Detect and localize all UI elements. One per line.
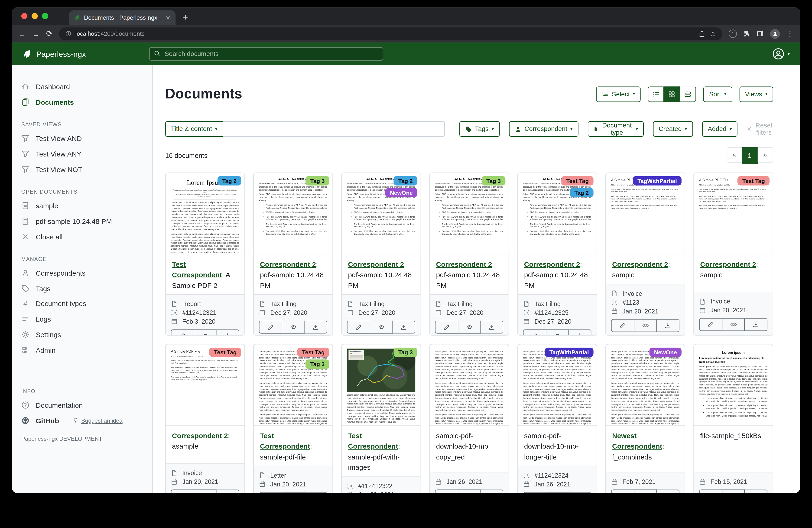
correspondent-filter-button[interactable]: Correspondent ▾	[509, 121, 578, 137]
document-card[interactable]: Test Tag A Simple PDF File This is a sma…	[165, 344, 245, 493]
forward-button[interactable]: →	[32, 29, 40, 38]
download-button[interactable]	[217, 329, 239, 336]
view-button[interactable]	[634, 319, 657, 332]
grid-view-button[interactable]	[664, 86, 680, 102]
edit-button[interactable]	[523, 492, 546, 493]
document-thumbnail[interactable]: Test Tag Tag 2 Adobe Acrobat PDF Files A…	[518, 173, 597, 254]
document-card[interactable]: NewOne Lorem ipsum dolor sit amet, conse…	[605, 344, 685, 493]
correspondent-link[interactable]: Correspondent 2	[612, 260, 668, 268]
edit-button[interactable]	[435, 489, 458, 493]
suggest-idea-link[interactable]: Suggest an idea	[81, 417, 122, 424]
sidebar-item-admin[interactable]: Admin	[12, 342, 152, 358]
document-thumbnail[interactable]: Test Tag A Simple PDF File This is a sma…	[694, 173, 772, 254]
share-icon[interactable]	[699, 30, 706, 37]
tags-filter-button[interactable]: Tags ▾	[459, 121, 499, 137]
tag-badge[interactable]: Tag 3	[482, 176, 505, 186]
sort-button[interactable]: Sort ▾	[704, 86, 732, 102]
document-thumbnail[interactable]: TagWithPartial A Simple PDF File This is…	[606, 173, 684, 254]
download-button[interactable]	[657, 319, 679, 332]
document-card[interactable]: Test Tag Tag 3 Lorem ipsum dolor sit ame…	[253, 344, 333, 493]
document-card[interactable]: Tag 3 Adobe Acrobat PDF Files Adobe® Por…	[253, 172, 333, 336]
user-menu[interactable]: ▾	[772, 47, 790, 60]
document-card[interactable]: Lorem ipsum Lorem ipsum dolor sit amet, …	[693, 344, 773, 493]
created-filter-button[interactable]: Created ▾	[653, 121, 693, 137]
page-1-button[interactable]: 1	[742, 147, 758, 164]
edit-button[interactable]	[435, 320, 458, 333]
download-button[interactable]	[569, 329, 591, 336]
view-button[interactable]	[634, 489, 657, 493]
title-content-dropdown[interactable]: Title & content ▾	[165, 121, 223, 137]
download-button[interactable]	[657, 489, 679, 493]
edit-button[interactable]	[611, 319, 634, 332]
browser-tab[interactable]: Documents - Paperless-ngx ✕	[69, 11, 176, 25]
view-button[interactable]	[194, 489, 217, 493]
download-button[interactable]	[305, 492, 327, 493]
document-card[interactable]: Lorem ipsum dolor sit amet, consectetur …	[429, 344, 509, 493]
tag-badge[interactable]: Tag 3	[305, 176, 329, 186]
list-view-button[interactable]	[648, 86, 664, 102]
new-tab-button[interactable]: +	[175, 13, 188, 25]
tag-badge[interactable]: Tag 3	[394, 347, 417, 357]
tab-close-icon[interactable]: ✕	[165, 14, 170, 21]
prev-page-button[interactable]: «	[727, 147, 742, 162]
document-thumbnail[interactable]: Tag 3 Adobe Acrobat PDF Files Adobe® Por…	[254, 173, 332, 254]
sidebar-item-tags[interactable]: Tags	[12, 281, 152, 296]
correspondent-link[interactable]: Test Correspondent	[348, 432, 398, 451]
document-thumbnail[interactable]: Tag 3	[342, 345, 420, 426]
tag-badge[interactable]: Tag 2	[570, 188, 593, 197]
document-card[interactable]: TagWithPartial A Simple PDF File This is…	[605, 172, 685, 336]
view-button[interactable]	[282, 320, 305, 333]
edit-button[interactable]	[523, 329, 546, 336]
side-panel-icon[interactable]	[756, 30, 764, 37]
correspondent-link[interactable]: Correspondent 2	[524, 260, 580, 268]
added-filter-button[interactable]: Added ▾	[702, 121, 738, 137]
document-thumbnail[interactable]: Tag 2 Lorem Ipsum "Neque porro quisquam …	[166, 173, 244, 254]
sidebar-item-correspondents[interactable]: Correspondents	[12, 265, 152, 281]
extensions-puzzle-icon[interactable]	[743, 30, 750, 37]
search-input[interactable]	[149, 47, 383, 61]
sidebar-item-document-types[interactable]: # Document types	[12, 296, 152, 311]
download-button[interactable]	[745, 318, 767, 331]
view-button[interactable]	[282, 492, 305, 493]
view-button[interactable]	[722, 318, 745, 331]
browser-menu-icon[interactable]: ⋮	[786, 29, 794, 38]
document-thumbnail[interactable]: TagWithPartial Lorem ipsum dolor sit ame…	[518, 345, 597, 426]
view-button[interactable]	[370, 320, 393, 333]
reset-filters-button[interactable]: ✕ Reset filters	[747, 122, 773, 136]
edit-button[interactable]	[611, 489, 634, 493]
views-button[interactable]: Views ▾	[739, 86, 773, 102]
close-window-button[interactable]	[21, 13, 27, 19]
download-button[interactable]	[305, 320, 327, 333]
reload-button[interactable]: ⟳	[46, 29, 53, 38]
correspondent-link[interactable]: Correspondent 2	[260, 260, 316, 268]
tag-badge[interactable]: Tag 2	[394, 176, 417, 186]
document-thumbnail[interactable]: Lorem ipsum dolor sit amet, consectetur …	[430, 345, 509, 426]
view-button[interactable]	[546, 492, 569, 493]
bookmark-star-icon[interactable]: ☆	[710, 29, 716, 38]
document-thumbnail[interactable]: Test Tag Tag 3 Lorem ipsum dolor sit ame…	[254, 345, 332, 426]
document-card[interactable]: TagWithPartial Lorem ipsum dolor sit ame…	[518, 344, 597, 493]
detail-view-button[interactable]	[680, 86, 696, 102]
edit-button[interactable]	[699, 318, 722, 331]
tag-badge[interactable]: NewOne	[650, 347, 682, 357]
view-button[interactable]	[458, 320, 481, 333]
download-button[interactable]	[481, 489, 503, 493]
document-card[interactable]: Tag 2 NewOne Adobe Acrobat PDF Files Ado…	[341, 172, 421, 336]
tag-badge[interactable]: Test Tag	[209, 347, 241, 357]
sidebar-item-saved-view[interactable]: Test View NOT	[12, 161, 152, 177]
download-button[interactable]	[481, 320, 503, 333]
sidebar-item-settings[interactable]: Settings	[12, 327, 152, 342]
download-button[interactable]	[217, 489, 239, 493]
document-thumbnail[interactable]: Tag 3 Adobe Acrobat PDF Files Adobe® Por…	[430, 173, 509, 254]
correspondent-link[interactable]: Correspondent 2	[172, 432, 228, 440]
sidebar-item-documentation[interactable]: Documentation	[12, 397, 152, 413]
site-info-icon[interactable]	[65, 31, 71, 37]
tag-badge[interactable]: TagWithPartial	[633, 176, 682, 186]
download-button[interactable]	[569, 492, 591, 493]
next-page-button[interactable]: »	[758, 147, 773, 162]
correspondent-link[interactable]: Test Correspondent	[260, 432, 310, 451]
sidebar-item-open-document[interactable]: pdf-sample 10.24.48 PM	[12, 213, 152, 229]
sidebar-item-close-all[interactable]: Close all	[12, 229, 152, 244]
sidebar-item-github[interactable]: GitHub	[36, 417, 59, 425]
document-thumbnail[interactable]: Test Tag A Simple PDF File This is a sma…	[166, 345, 244, 426]
